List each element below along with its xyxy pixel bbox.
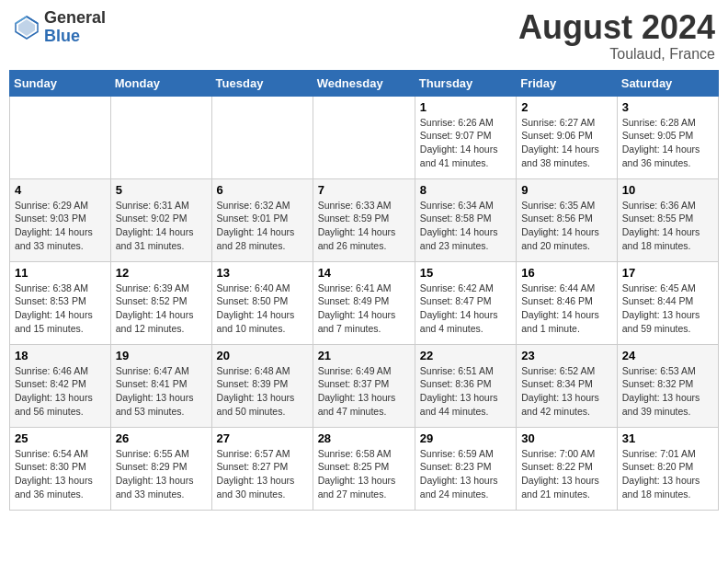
calendar-cell: 28Sunrise: 6:58 AM Sunset: 8:25 PM Dayli… — [313, 427, 415, 510]
day-number: 27 — [217, 431, 308, 445]
day-number: 8 — [420, 183, 511, 197]
calendar-cell: 2Sunrise: 6:27 AM Sunset: 9:06 PM Daylig… — [517, 96, 618, 178]
day-number: 13 — [217, 266, 308, 280]
calendar-cell: 11Sunrise: 6:38 AM Sunset: 8:53 PM Dayli… — [10, 261, 111, 344]
day-number: 16 — [521, 266, 612, 280]
day-number: 31 — [622, 431, 713, 445]
day-number: 10 — [622, 183, 713, 197]
day-info: Sunrise: 6:29 AM Sunset: 9:03 PM Dayligh… — [15, 199, 106, 253]
day-number: 29 — [420, 431, 511, 445]
day-number: 24 — [622, 349, 713, 362]
calendar-week-row: 18Sunrise: 6:46 AM Sunset: 8:42 PM Dayli… — [10, 344, 719, 427]
title-block: August 2024 Toulaud, France — [518, 9, 715, 63]
logo-icon — [13, 14, 40, 41]
day-info: Sunrise: 6:33 AM Sunset: 8:59 PM Dayligh… — [318, 199, 410, 253]
calendar-header-row: SundayMondayTuesdayWednesdayThursdayFrid… — [10, 70, 719, 96]
calendar-cell: 14Sunrise: 6:41 AM Sunset: 8:49 PM Dayli… — [313, 261, 415, 344]
day-info: Sunrise: 6:46 AM Sunset: 8:42 PM Dayligh… — [15, 364, 106, 419]
day-of-week-wednesday: Wednesday — [313, 70, 415, 96]
page-header: General Blue August 2024 Toulaud, France — [9, 9, 719, 63]
day-info: Sunrise: 6:53 AM Sunset: 8:32 PM Dayligh… — [622, 364, 713, 419]
day-number: 17 — [622, 266, 713, 280]
day-number: 11 — [15, 266, 106, 280]
day-number: 22 — [420, 349, 511, 362]
day-info: Sunrise: 6:52 AM Sunset: 8:34 PM Dayligh… — [521, 364, 612, 419]
day-info: Sunrise: 6:35 AM Sunset: 8:56 PM Dayligh… — [521, 199, 612, 253]
day-info: Sunrise: 6:38 AM Sunset: 8:53 PM Dayligh… — [15, 282, 106, 336]
day-number: 5 — [116, 183, 207, 197]
day-number: 1 — [420, 100, 511, 114]
logo-blue: Blue — [44, 28, 106, 46]
day-info: Sunrise: 6:32 AM Sunset: 9:01 PM Dayligh… — [217, 199, 308, 253]
logo: General Blue — [13, 9, 106, 46]
calendar-cell: 1Sunrise: 6:26 AM Sunset: 9:07 PM Daylig… — [415, 96, 516, 178]
day-info: Sunrise: 6:36 AM Sunset: 8:55 PM Dayligh… — [622, 199, 713, 253]
calendar-cell — [211, 96, 313, 178]
day-number: 28 — [318, 431, 410, 445]
day-number: 7 — [318, 183, 410, 197]
day-info: Sunrise: 6:42 AM Sunset: 8:47 PM Dayligh… — [420, 282, 511, 336]
calendar-cell: 12Sunrise: 6:39 AM Sunset: 8:52 PM Dayli… — [110, 261, 211, 344]
day-number: 21 — [318, 349, 410, 362]
day-of-week-saturday: Saturday — [617, 70, 718, 96]
calendar-cell — [110, 96, 211, 178]
day-of-week-monday: Monday — [110, 70, 211, 96]
calendar-week-row: 25Sunrise: 6:54 AM Sunset: 8:30 PM Dayli… — [10, 427, 719, 510]
calendar-cell: 4Sunrise: 6:29 AM Sunset: 9:03 PM Daylig… — [10, 178, 111, 261]
day-info: Sunrise: 6:59 AM Sunset: 8:23 PM Dayligh… — [420, 447, 511, 501]
day-number: 4 — [15, 183, 106, 197]
calendar-cell: 23Sunrise: 6:52 AM Sunset: 8:34 PM Dayli… — [517, 344, 618, 427]
day-info: Sunrise: 6:49 AM Sunset: 8:37 PM Dayligh… — [318, 364, 410, 419]
calendar-cell: 26Sunrise: 6:55 AM Sunset: 8:29 PM Dayli… — [110, 427, 211, 510]
day-number: 9 — [521, 183, 612, 197]
calendar-cell: 3Sunrise: 6:28 AM Sunset: 9:05 PM Daylig… — [617, 96, 718, 178]
logo-general: General — [44, 9, 106, 28]
day-info: Sunrise: 6:51 AM Sunset: 8:36 PM Dayligh… — [420, 364, 511, 419]
day-number: 6 — [217, 183, 308, 197]
day-info: Sunrise: 6:55 AM Sunset: 8:29 PM Dayligh… — [116, 447, 207, 501]
calendar-cell: 15Sunrise: 6:42 AM Sunset: 8:47 PM Dayli… — [415, 261, 516, 344]
calendar-week-row: 4Sunrise: 6:29 AM Sunset: 9:03 PM Daylig… — [10, 178, 719, 261]
calendar-cell: 22Sunrise: 6:51 AM Sunset: 8:36 PM Dayli… — [415, 344, 516, 427]
calendar-cell: 30Sunrise: 7:00 AM Sunset: 8:22 PM Dayli… — [517, 427, 618, 510]
day-number: 26 — [116, 431, 207, 445]
day-info: Sunrise: 6:26 AM Sunset: 9:07 PM Dayligh… — [420, 116, 511, 170]
calendar-cell: 19Sunrise: 6:47 AM Sunset: 8:41 PM Dayli… — [110, 344, 211, 427]
day-number: 30 — [521, 431, 612, 445]
day-info: Sunrise: 6:57 AM Sunset: 8:27 PM Dayligh… — [217, 447, 308, 501]
day-info: Sunrise: 6:41 AM Sunset: 8:49 PM Dayligh… — [318, 282, 410, 336]
calendar-cell: 25Sunrise: 6:54 AM Sunset: 8:30 PM Dayli… — [10, 427, 111, 510]
day-number: 15 — [420, 266, 511, 280]
day-info: Sunrise: 6:39 AM Sunset: 8:52 PM Dayligh… — [116, 282, 207, 336]
day-info: Sunrise: 6:45 AM Sunset: 8:44 PM Dayligh… — [622, 282, 713, 336]
day-of-week-thursday: Thursday — [415, 70, 516, 96]
location-label: Toulaud, France — [518, 46, 715, 63]
day-of-week-sunday: Sunday — [10, 70, 111, 96]
calendar-cell: 27Sunrise: 6:57 AM Sunset: 8:27 PM Dayli… — [211, 427, 313, 510]
calendar-cell: 31Sunrise: 7:01 AM Sunset: 8:20 PM Dayli… — [617, 427, 718, 510]
logo-text: General Blue — [44, 9, 106, 46]
day-number: 23 — [521, 349, 612, 362]
day-info: Sunrise: 7:01 AM Sunset: 8:20 PM Dayligh… — [622, 447, 713, 501]
calendar-cell: 24Sunrise: 6:53 AM Sunset: 8:32 PM Dayli… — [617, 344, 718, 427]
day-of-week-tuesday: Tuesday — [211, 70, 313, 96]
day-info: Sunrise: 7:00 AM Sunset: 8:22 PM Dayligh… — [521, 447, 612, 501]
calendar-cell: 10Sunrise: 6:36 AM Sunset: 8:55 PM Dayli… — [617, 178, 718, 261]
day-number: 25 — [15, 431, 106, 445]
day-info: Sunrise: 6:31 AM Sunset: 9:02 PM Dayligh… — [116, 199, 207, 253]
svg-marker-1 — [18, 19, 35, 36]
day-number: 18 — [15, 349, 106, 362]
day-of-week-friday: Friday — [517, 70, 618, 96]
day-info: Sunrise: 6:44 AM Sunset: 8:46 PM Dayligh… — [521, 282, 612, 336]
calendar-cell: 6Sunrise: 6:32 AM Sunset: 9:01 PM Daylig… — [211, 178, 313, 261]
day-info: Sunrise: 6:27 AM Sunset: 9:06 PM Dayligh… — [521, 116, 612, 170]
day-info: Sunrise: 6:58 AM Sunset: 8:25 PM Dayligh… — [318, 447, 410, 501]
day-number: 12 — [116, 266, 207, 280]
month-year-title: August 2024 — [518, 9, 715, 46]
calendar-cell: 13Sunrise: 6:40 AM Sunset: 8:50 PM Dayli… — [211, 261, 313, 344]
calendar-table: SundayMondayTuesdayWednesdayThursdayFrid… — [9, 70, 719, 511]
calendar-cell: 29Sunrise: 6:59 AM Sunset: 8:23 PM Dayli… — [415, 427, 516, 510]
calendar-cell: 9Sunrise: 6:35 AM Sunset: 8:56 PM Daylig… — [517, 178, 618, 261]
day-info: Sunrise: 6:40 AM Sunset: 8:50 PM Dayligh… — [217, 282, 308, 336]
calendar-cell: 18Sunrise: 6:46 AM Sunset: 8:42 PM Dayli… — [10, 344, 111, 427]
